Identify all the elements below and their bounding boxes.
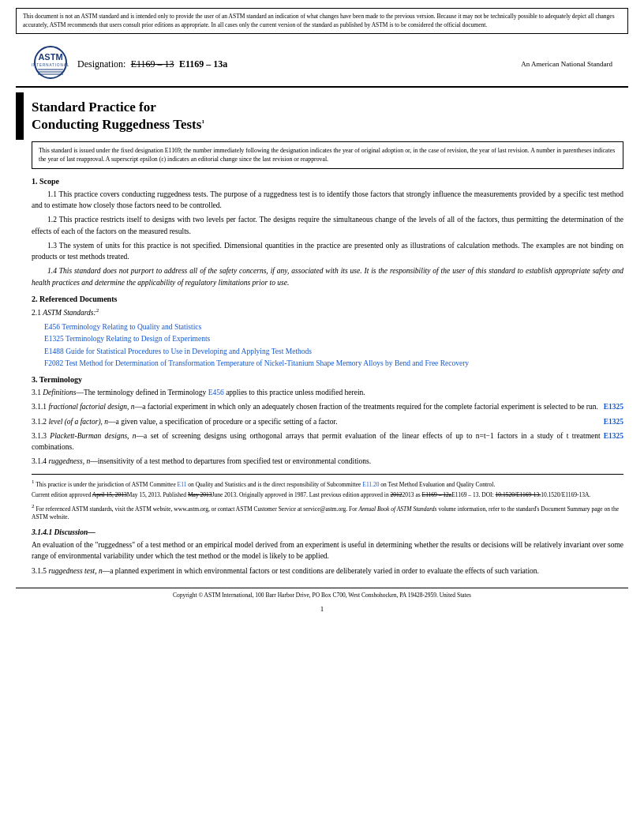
header-left: ASTM INTERNATIONAL Designation: E1169 – …: [32, 45, 521, 83]
designation-area: Designation: E1169 – 13 E1169 – 13a: [77, 58, 227, 70]
scope-para3: 1.3 The system of units for this practic…: [32, 240, 623, 263]
committee-e11-link[interactable]: E11: [178, 480, 187, 487]
footnote-edition: Current edition approved April 15, 2013M…: [32, 491, 623, 500]
footnote-2: 2 For referenced ASTM standards, visit t…: [32, 502, 623, 522]
designation-current: E1169 – 13a: [179, 58, 227, 70]
notice-box: This document is not an ASTM standard an…: [16, 8, 628, 34]
page: This document is not an ASTM standard an…: [0, 8, 644, 834]
section-refs-heading: 2. Referenced Documents: [32, 295, 623, 303]
ref-item-f2082[interactable]: F2082 Test Method for Determination of T…: [44, 358, 623, 369]
subcommittee-link[interactable]: E11.20: [362, 480, 379, 487]
header: ASTM INTERNATIONAL Designation: E1169 – …: [16, 40, 628, 88]
badge-e1325-3: E1325: [604, 430, 623, 441]
left-bar: [16, 92, 24, 140]
header-national-standard: An American National Standard: [521, 60, 612, 68]
content-area: Standard Practice forConducting Ruggedne…: [16, 92, 628, 580]
notice-text: This document is not an ASTM standard an…: [23, 13, 615, 28]
terminology-def5: 3.1.5 ruggedness test, n—a planned exper…: [32, 565, 623, 577]
designation-label: Designation:: [77, 58, 125, 70]
svg-point-0: [35, 47, 66, 78]
discussion-para1: An evaluation of the "ruggedness" of a t…: [32, 539, 623, 562]
ref-item-e1325[interactable]: E1325 Terminology Relating to Design of …: [44, 333, 623, 344]
svg-text:INTERNATIONAL: INTERNATIONAL: [32, 63, 69, 67]
scope-para2: 1.2 This practice restricts itself to de…: [32, 214, 623, 237]
terminology-def4: 3.1.4 ruggedness, n—insensitivity of a t…: [32, 456, 623, 467]
ref-code-e456: E456: [44, 323, 60, 331]
main-content: Standard Practice forConducting Ruggedne…: [27, 92, 628, 580]
section-scope-heading: 1. Scope: [32, 177, 623, 186]
ref-list: E456 Terminology Relating to Quality and…: [44, 321, 623, 369]
standard-note-text: This standard is issued under the fixed …: [39, 147, 615, 163]
footnote-area: 1 This practice is under the jurisdictio…: [32, 474, 623, 523]
ref-code-f2082: F2082: [44, 359, 63, 367]
discussion-heading: 3.1.4.1 Discussion—: [32, 528, 623, 536]
terminology-e456-link[interactable]: E456: [208, 389, 224, 396]
ref-title-f2082: Test Method for Determination of Transfo…: [66, 359, 470, 367]
astm-logo: ASTM INTERNATIONAL: [32, 45, 69, 83]
refs-superscript: 2: [96, 307, 99, 314]
refs-intro: 2.1 ASTM Standards:2: [32, 306, 623, 318]
footnote-1: 1 This practice is under the jurisdictio…: [32, 478, 623, 489]
ref-code-e1488: E1488: [44, 348, 64, 355]
page-number: 1: [0, 605, 644, 613]
svg-text:ASTM: ASTM: [38, 52, 62, 62]
badge-e1325-1: E1325: [604, 401, 623, 412]
ref-title-e456: Terminology Relating to Quality and Stat…: [62, 323, 201, 331]
ref-item-e456[interactable]: E456 Terminology Relating to Quality and…: [44, 321, 623, 332]
terminology-def-intro: 3.1 Definitions—The terminology defined …: [32, 387, 623, 398]
scope-para1: 1.1 This practice covers conducting rugg…: [32, 189, 623, 212]
doc-title: Standard Practice forConducting Ruggedne…: [32, 99, 623, 133]
ref-title-e1325: Terminology Relating to Design of Experi…: [66, 335, 210, 343]
terminology-def3: E1325 3.1.3 Plackett-Burman designs, n—a…: [32, 430, 623, 453]
copyright: Copyright © ASTM International, 100 Barr…: [16, 588, 628, 602]
terminology-def2: E1325 3.1.2 level (of a factor), n—a giv…: [32, 416, 623, 427]
standard-note: This standard is issued under the fixed …: [32, 141, 623, 169]
badge-e1325-2: E1325: [604, 416, 623, 427]
section-terminology-heading: 3. Terminology: [32, 375, 623, 384]
ref-item-e1488[interactable]: E1488 Guide for Statistical Procedures t…: [44, 346, 623, 357]
ref-code-e1325: E1325: [44, 335, 64, 343]
title-superscript: 1: [201, 118, 204, 125]
designation-strikethrough: E1169 – 13: [131, 58, 174, 70]
ref-title-e1488: Guide for Statistical Procedures to Use …: [66, 348, 312, 355]
copyright-text: Copyright © ASTM International, 100 Barr…: [173, 592, 471, 599]
terminology-def1: E1325 3.1.1 fractional factorial design,…: [32, 401, 623, 412]
scope-para4: 1.4 This standard does not purport to ad…: [32, 265, 623, 288]
